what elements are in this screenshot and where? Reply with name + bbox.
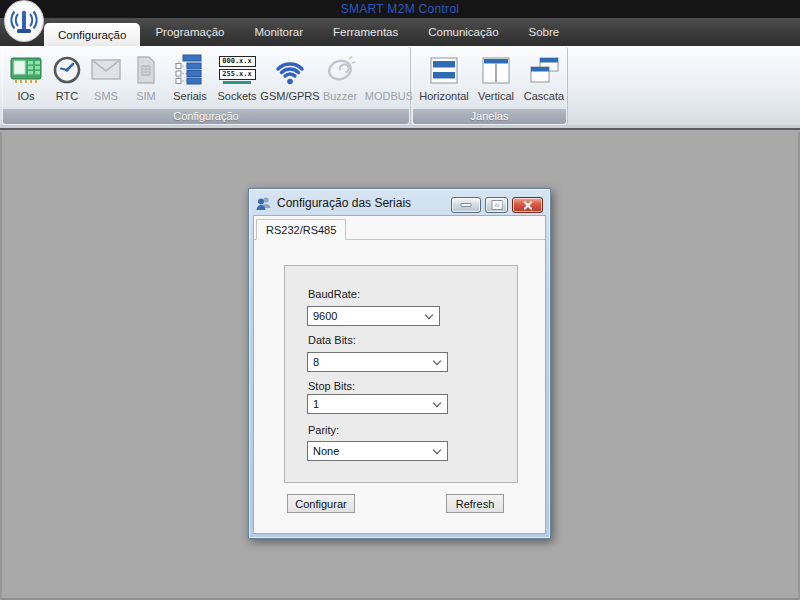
ribbon: IOs RTC — [0, 46, 800, 130]
horizontal-label: Horizontal — [419, 90, 469, 102]
tab-programacao[interactable]: Programação — [140, 18, 239, 46]
cascade-windows-icon — [529, 50, 559, 90]
serial-config-dialog: Configuração das Seriais RS232/RS485 Bau… — [248, 188, 551, 539]
tab-sobre[interactable]: Sobre — [514, 18, 575, 46]
app-logo-antenna-icon — [4, 0, 44, 42]
close-icon — [522, 200, 533, 211]
chevron-down-icon — [433, 446, 441, 454]
group-label-configuracao: Configuração — [3, 109, 409, 124]
chevron-down-icon — [433, 357, 441, 365]
sockets-icon-top-text: 000.x.x — [219, 56, 256, 67]
ios-button[interactable]: IOs — [5, 50, 47, 112]
gsm-gprs-button[interactable]: GSM/GPRS — [261, 50, 319, 112]
gsm-gprs-label: GSM/GPRS — [260, 90, 319, 102]
dialog-serial-icon — [256, 196, 271, 211]
ios-label: IOs — [17, 90, 34, 102]
app-title: SMART M2M Control — [0, 2, 800, 16]
menu-tabs: Configuração Programação Monitorar Ferra… — [44, 18, 574, 46]
sms-label: SMS — [94, 90, 118, 102]
parity-label: Parity: — [308, 424, 339, 436]
group-label-janelas: Janelas — [413, 109, 566, 124]
modbus-button[interactable]: MODBUS — [361, 50, 417, 112]
rtc-button[interactable]: RTC — [47, 50, 87, 112]
seriais-label: Seriais — [173, 90, 207, 102]
modbus-label: MODBUS — [365, 90, 413, 102]
parity-select[interactable]: None — [307, 441, 448, 461]
horizontal-split-icon — [430, 50, 458, 90]
ribbon-group-janelas: Horizontal Vertical — [412, 47, 568, 125]
databits-value: 8 — [313, 356, 319, 368]
stopbits-select[interactable]: 1 — [307, 394, 448, 414]
cascata-button[interactable]: Cascata — [519, 50, 569, 112]
clock-icon — [52, 50, 82, 90]
maximize-icon — [492, 201, 501, 209]
baudrate-value: 9600 — [313, 310, 337, 322]
tab-monitorar[interactable]: Monitorar — [239, 18, 318, 46]
close-button[interactable] — [512, 197, 543, 213]
sockets-button[interactable]: 000.x.x 255.x.x Sockets — [213, 50, 261, 112]
sms-button[interactable]: SMS — [87, 50, 125, 112]
stopbits-value: 1 — [313, 398, 319, 410]
horizontal-button[interactable]: Horizontal — [415, 50, 473, 112]
minimize-button[interactable] — [451, 197, 481, 213]
cascata-label: Cascata — [524, 90, 564, 102]
baudrate-select[interactable]: 9600 — [307, 306, 440, 326]
tab-rs232-rs485[interactable]: RS232/RS485 — [256, 219, 346, 240]
refresh-button[interactable]: Refresh — [446, 494, 504, 513]
vertical-split-icon — [482, 50, 510, 90]
sim-card-icon — [135, 50, 157, 90]
dialog-title: Configuração das Seriais — [277, 196, 411, 210]
chevron-down-icon — [425, 311, 433, 319]
rtc-label: RTC — [56, 90, 78, 102]
buzzer-button[interactable]: Buzzer — [319, 50, 361, 112]
dialog-titlebar[interactable]: Configuração das Seriais — [256, 194, 440, 212]
serial-settings-panel: BaudRate: 9600 Data Bits: 8 Stop Bits: 1… — [284, 265, 518, 483]
configurar-button[interactable]: Configurar — [287, 494, 355, 513]
io-board-icon — [10, 50, 42, 90]
minimize-icon — [461, 203, 472, 207]
tab-ferramentas[interactable]: Ferramentas — [318, 18, 413, 46]
ribbon-group-configuracao: IOs RTC — [2, 47, 411, 125]
parity-value: None — [313, 445, 339, 457]
maximize-button[interactable] — [485, 197, 508, 213]
buzzer-label: Buzzer — [323, 90, 357, 102]
sim-button[interactable]: SIM — [125, 50, 167, 112]
client-area: Configuração das Seriais RS232/RS485 Bau… — [0, 132, 800, 600]
sockets-icon: 000.x.x 255.x.x — [219, 50, 256, 90]
dialog-caption-buttons — [451, 197, 543, 213]
vertical-label: Vertical — [478, 90, 514, 102]
chevron-down-icon — [433, 399, 441, 407]
wifi-signal-icon — [272, 50, 308, 90]
seriais-button[interactable]: Seriais — [167, 50, 213, 112]
vertical-button[interactable]: Vertical — [473, 50, 519, 112]
baudrate-label: BaudRate: — [308, 288, 360, 300]
envelope-icon — [91, 50, 121, 90]
window-titlebar[interactable]: SMART M2M Control — [0, 0, 800, 18]
tab-configuracao[interactable]: Configuração — [44, 23, 140, 46]
databits-label: Data Bits: — [308, 334, 356, 346]
buzzer-coil-icon — [324, 50, 356, 90]
serial-tree-icon — [174, 50, 206, 90]
tab-comunicacao[interactable]: Comunicação — [413, 18, 513, 46]
sim-label: SIM — [136, 90, 156, 102]
menubar: Configuração Programação Monitorar Ferra… — [0, 18, 800, 46]
sockets-icon-bottom-text: 255.x.x — [219, 69, 256, 80]
dialog-content: RS232/RS485 BaudRate: 9600 Data Bits: 8 … — [253, 215, 546, 534]
databits-select[interactable]: 8 — [307, 352, 448, 372]
sockets-label: Sockets — [217, 90, 256, 102]
stopbits-label: Stop Bits: — [308, 380, 355, 392]
